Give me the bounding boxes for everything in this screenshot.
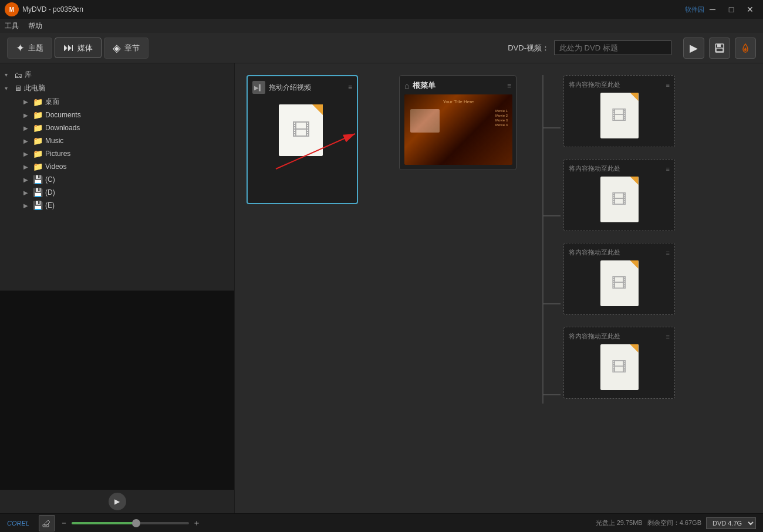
progress-bar[interactable]	[72, 522, 189, 524]
list-item: Movie 3	[495, 118, 508, 122]
expand-arrow: ▶	[23, 99, 31, 105]
tree-item-downloads[interactable]: ▶ 📁 Downloads	[0, 121, 234, 134]
tree-item-drive-d[interactable]: ▶ 💾 (D)	[0, 186, 234, 199]
theme-icon: ✦	[16, 42, 25, 55]
tree-item-this-pc[interactable]: ▾ 🖥 此电脑	[0, 82, 234, 95]
list-item: Movie 1	[495, 109, 508, 113]
slot-connector-svg	[525, 69, 561, 433]
preview-area	[0, 291, 234, 490]
burn-button[interactable]	[735, 38, 756, 59]
expand-arrow: ▶	[23, 151, 31, 157]
edit-icon[interactable]	[39, 515, 55, 531]
save-button[interactable]	[709, 38, 730, 59]
preview-controls: ▶	[0, 490, 234, 513]
action-buttons: ▶	[683, 38, 756, 59]
zoom-minus[interactable]: －	[60, 518, 68, 528]
menu-preview: Your Title Here Movie 1 Movie 2 Movie 3 …	[404, 94, 512, 165]
intro-file-icon: 🎞	[279, 104, 326, 157]
root-menu-box: ⌂ 根菜单 ≡ Your Title Here Movie 1	[399, 75, 516, 170]
intro-box-title: 拖动介绍视频	[269, 83, 311, 93]
tree-item-videos[interactable]: ▶ 📁 Videos	[0, 160, 234, 173]
media-icon: ⏭	[63, 42, 74, 54]
slot-4-menu-icon[interactable]: ≡	[666, 333, 670, 340]
tree-item-documents[interactable]: ▶ 📁 Documents	[0, 109, 234, 121]
progress-fill	[72, 522, 136, 524]
app-title: MyDVD - pc0359cn	[22, 5, 680, 13]
tree-item-desktop[interactable]: ▶ 📁 桌面	[0, 95, 234, 109]
tree-label: (E)	[45, 201, 55, 209]
expand-arrow: ▶	[23, 125, 31, 131]
slot-2: 将内容拖动至此处 ≡ 🎞	[563, 159, 675, 231]
tree-item-pictures[interactable]: ▶ 📁 Pictures	[0, 147, 234, 160]
expand-arrow: ▾	[5, 72, 12, 78]
slot-3-menu-icon[interactable]: ≡	[666, 249, 670, 256]
slot-2-file-icon: 🎞	[600, 177, 639, 222]
preview-panel: ▶	[0, 290, 234, 513]
slot-1: 将内容拖动至此处 ≡ 🎞	[563, 75, 675, 147]
svg-rect-1	[717, 44, 721, 47]
minimize-button[interactable]: ─	[704, 4, 721, 15]
media-button[interactable]: ⏭ 媒体	[55, 38, 102, 58]
folder-icon: 📁	[33, 123, 43, 133]
slot-3: 将内容拖动至此处 ≡ 🎞	[563, 243, 675, 315]
slot-2-header: 将内容拖动至此处 ≡	[569, 164, 670, 173]
intro-video-box: ▶▍ 拖动介绍视频 ≡ 🎞	[247, 75, 358, 204]
dvd-format-select[interactable]: DVD 4.7G DVD 8.5G	[706, 517, 756, 529]
expand-arrow: ▾	[5, 85, 12, 92]
slot-1-film-icon: 🎞	[612, 107, 627, 125]
progress-area: － ＋	[60, 518, 582, 528]
menu-nav-arrow[interactable]: ❮	[512, 124, 512, 135]
tree-label: Documents	[45, 111, 81, 119]
right-slots: 将内容拖动至此处 ≡ 🎞 将内容拖动至此处 ≡ 🎞	[563, 75, 675, 399]
folder-icon: 📁	[33, 110, 43, 120]
menu-help[interactable]: 帮助	[28, 21, 42, 31]
slot-1-menu-icon[interactable]: ≡	[666, 82, 670, 89]
folder-icon: 📁	[33, 149, 43, 158]
app-logo: M	[5, 2, 19, 16]
intro-box-icon: ▶▍	[252, 81, 265, 94]
maximize-button[interactable]: □	[723, 4, 740, 15]
menu-photo	[410, 109, 440, 133]
tree-item-library[interactable]: ▾ 🗂 库	[0, 68, 234, 82]
slot-1-file-icon: 🎞	[600, 93, 639, 138]
corel-logo: COREL	[7, 520, 29, 527]
watermark: 软件园	[685, 5, 704, 14]
close-button[interactable]: ✕	[742, 4, 758, 15]
progress-handle[interactable]	[132, 519, 140, 527]
tree-label: 库	[25, 70, 32, 80]
drive-icon: 💾	[33, 175, 43, 184]
zoom-plus[interactable]: ＋	[193, 518, 201, 528]
dvd-label: DVD-视频：	[508, 43, 549, 53]
tree-item-drive-e[interactable]: ▶ 💾 (E)	[0, 199, 234, 212]
film-reel-icon: 🎞	[292, 120, 310, 141]
drive-icon: 💾	[33, 188, 43, 197]
expand-arrow: ▶	[23, 138, 31, 144]
slot-2-menu-icon[interactable]: ≡	[666, 165, 670, 172]
tree-label: Pictures	[45, 150, 70, 158]
root-menu-icon[interactable]: ≡	[507, 82, 511, 90]
expand-arrow: ▶	[23, 164, 31, 170]
disk-usage-label: 光盘上 29.75MB	[596, 519, 643, 527]
tree-item-drive-c[interactable]: ▶ 💾 (C)	[0, 173, 234, 186]
list-item: Movie 4	[495, 123, 508, 127]
folder-icon: 📁	[33, 136, 43, 145]
content-area: ▶▍ 拖动介绍视频 ≡ 🎞	[235, 63, 763, 513]
theme-button[interactable]: ✦ 主题	[7, 38, 52, 59]
save-icon	[714, 43, 725, 53]
intro-box-header: ▶▍ 拖动介绍视频 ≡	[252, 81, 352, 94]
dvd-layout: ▶▍ 拖动介绍视频 ≡ 🎞	[247, 75, 751, 399]
intro-box-menu-icon[interactable]: ≡	[348, 83, 352, 92]
tree-label: 桌面	[45, 97, 59, 107]
play-button[interactable]: ▶	[683, 38, 704, 59]
slot-1-title: 将内容拖动至此处	[569, 80, 620, 89]
folder-icon: 📁	[33, 162, 43, 171]
chapter-button[interactable]: ◈ 章节	[104, 38, 148, 59]
expand-arrow: ▶	[23, 112, 31, 118]
left-panel: ▾ 🗂 库 ▾ 🖥 此电脑 ▶ 📁 桌面 ▶ 📁 Documents	[0, 63, 235, 513]
tree-item-music[interactable]: ▶ 📁 Music	[0, 134, 234, 147]
dvd-title-input[interactable]	[554, 40, 671, 55]
slot-2-title: 将内容拖动至此处	[569, 164, 620, 173]
preview-play-button[interactable]: ▶	[109, 493, 126, 510]
dvd-title-area: DVD-视频：	[508, 40, 671, 55]
menu-tools[interactable]: 工具	[5, 21, 19, 31]
